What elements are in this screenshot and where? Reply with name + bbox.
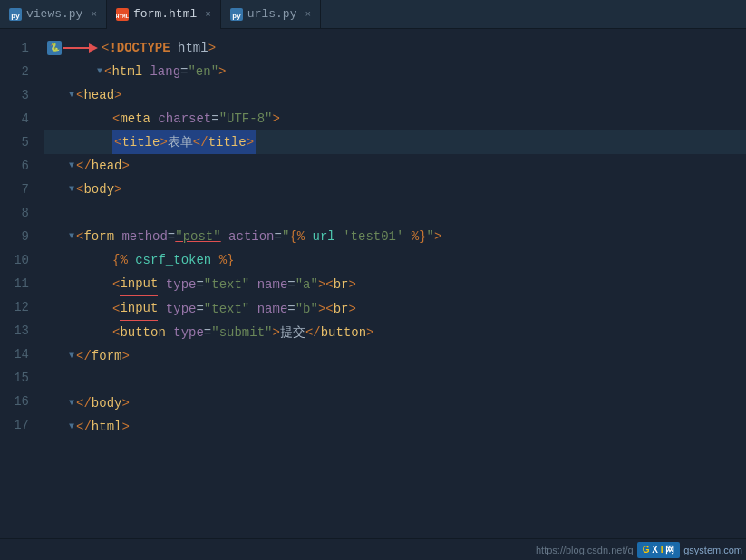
svg-text:HTML: HTML	[116, 14, 129, 20]
code-line-8	[44, 201, 746, 225]
code-line-16: ▼ </body>	[44, 391, 746, 415]
code-line-12: <input type="text" name="b" > <br>	[44, 296, 746, 321]
tab-form[interactable]: HTML form.html ×	[107, 0, 221, 29]
editor: 1 2 3 4 5 6 7 8 9 10 11 12 13 14 15 16 1…	[0, 29, 746, 538]
red-arrow-icon	[63, 39, 100, 57]
code-line-17: ▼ </html>	[44, 415, 746, 439]
fold-arrow-form-close[interactable]: ▼	[69, 344, 74, 368]
code-line-5: <title>表单</title>	[44, 130, 746, 154]
tab-views-close[interactable]: ×	[91, 9, 97, 20]
tab-urls-label: urls.py	[247, 7, 297, 21]
fold-arrow-head[interactable]: ▼	[69, 83, 74, 107]
tab-urls[interactable]: py urls.py ×	[221, 0, 321, 29]
python-icon: py	[9, 8, 22, 21]
watermark-logo: G X I 网	[637, 542, 681, 558]
tab-views[interactable]: py views.py ×	[0, 0, 107, 29]
fold-arrow-head-close[interactable]: ▼	[69, 154, 74, 178]
fold-arrow-body[interactable]: ▼	[69, 178, 74, 201]
tab-views-label: views.py	[26, 7, 82, 21]
code-line-6: ▼ </head>	[44, 154, 746, 178]
watermark-site: gsystem.com	[683, 545, 742, 555]
code-line-11: <input type="text" name="a" > <br>	[44, 272, 746, 296]
code-line-7: ▼ <body>	[44, 178, 746, 201]
line-numbers: 1 2 3 4 5 6 7 8 9 10 11 12 13 14 15 16 1…	[0, 29, 36, 538]
code-line-15	[44, 368, 746, 391]
doctype-text: !DOCTYPE	[109, 36, 170, 60]
code-line-1: 🐍 <!DOCTYPE html>	[44, 36, 746, 60]
status-bar: https://blog.csdn.net/q G X I 网 gsystem.…	[0, 538, 746, 560]
code-line-2: ▼ <html lang="en" >	[44, 60, 746, 83]
html-icon: HTML	[116, 8, 129, 21]
python-logo-icon: 🐍	[47, 41, 62, 55]
watermark: https://blog.csdn.net/q G X I 网 gsystem.…	[536, 542, 742, 558]
doctype-bracket: <	[102, 36, 109, 60]
watermark-url: https://blog.csdn.net/q	[536, 545, 634, 555]
fold-arrow-body-close[interactable]: ▼	[69, 391, 74, 415]
code-line-14: ▼ </form>	[44, 344, 746, 368]
tab-form-close[interactable]: ×	[205, 9, 211, 20]
code-area[interactable]: 🐍 <!DOCTYPE html> ▼ <html lang="en" > ▼	[36, 29, 746, 538]
fold-arrow-html[interactable]: ▼	[97, 60, 102, 83]
code-line-9: ▼ <form method="post" action="{% url 'te…	[44, 225, 746, 248]
tab-form-label: form.html	[133, 7, 197, 21]
code-line-13: <button type="submit" >提交</button>	[44, 321, 746, 344]
code-line-10: {% csrf_token %}	[44, 248, 746, 272]
svg-text:py: py	[11, 12, 20, 20]
fold-arrow-html-close[interactable]: ▼	[69, 415, 74, 439]
fold-arrow-form[interactable]: ▼	[69, 225, 74, 248]
code-line-3: ▼ <head>	[44, 83, 746, 107]
code-line-4: <meta charset="UTF-8" >	[44, 107, 746, 130]
tab-urls-close[interactable]: ×	[305, 9, 311, 20]
svg-marker-7	[89, 43, 98, 53]
svg-text:py: py	[232, 12, 241, 20]
urls-python-icon: py	[230, 8, 243, 21]
tab-bar: py views.py × HTML form.html × py urls.p…	[0, 0, 746, 29]
